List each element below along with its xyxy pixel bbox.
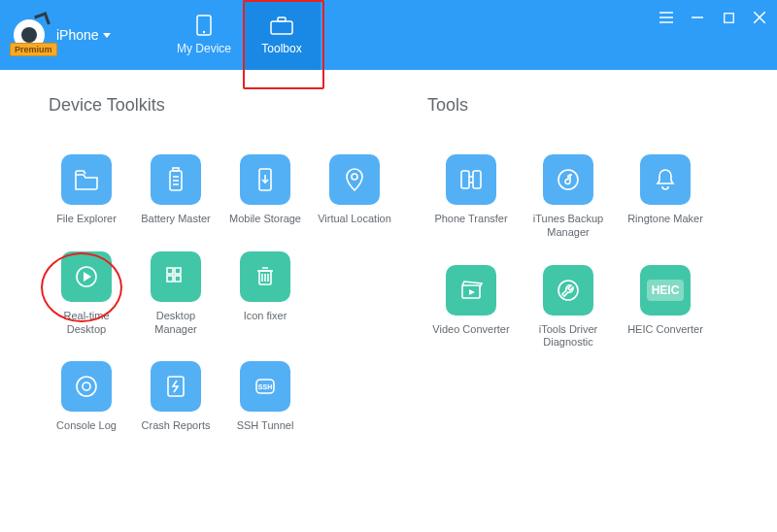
device-toolkits-section: Device Toolkits File Explorer Battery Ma… bbox=[49, 95, 408, 433]
tool-itunes-backup-manager[interactable]: iTunes Backup Manager bbox=[524, 154, 612, 240]
trash-icon bbox=[240, 251, 290, 302]
heic-badge-text: HEIC bbox=[647, 280, 685, 301]
transfer-icon bbox=[446, 154, 496, 205]
svg-rect-2 bbox=[271, 21, 292, 34]
brand-area: Premium iPhone bbox=[0, 0, 165, 70]
tool-phone-transfer[interactable]: Phone Transfer bbox=[427, 154, 515, 240]
tool-label: iTunes Backup Manager bbox=[528, 213, 608, 240]
svg-text:SSH: SSH bbox=[258, 383, 272, 390]
tools-grid: Phone Transfer iTunes Backup Manager Rin… bbox=[427, 154, 728, 349]
battery-icon bbox=[151, 154, 201, 205]
tool-desktop-manager[interactable]: Desktop Manager bbox=[138, 251, 214, 337]
wrench-icon bbox=[543, 265, 593, 316]
storage-icon bbox=[240, 154, 290, 205]
section-title-tools: Tools bbox=[427, 95, 728, 116]
svg-rect-37 bbox=[473, 171, 481, 188]
svg-point-43 bbox=[558, 281, 578, 300]
tool-label: Video Converter bbox=[432, 323, 509, 337]
tool-mobile-storage[interactable]: Mobile Storage bbox=[227, 154, 303, 226]
tool-virtual-location[interactable]: Virtual Location bbox=[317, 154, 392, 226]
tool-battery-master[interactable]: Battery Master bbox=[138, 154, 214, 226]
content-area: Device Toolkits File Explorer Battery Ma… bbox=[0, 70, 777, 433]
tool-crash-reports[interactable]: Crash Reports bbox=[138, 361, 214, 433]
tool-itools-driver-diagnostic[interactable]: iTools Driver Diagnostic bbox=[524, 265, 612, 350]
tool-label: Phone Transfer bbox=[434, 213, 507, 226]
device-selector[interactable]: iPhone bbox=[56, 27, 111, 43]
tool-label: Battery Master bbox=[141, 213, 211, 226]
svg-marker-20 bbox=[84, 272, 91, 282]
tool-label: Icon fixer bbox=[244, 310, 287, 323]
tab-label: My Device bbox=[177, 42, 231, 55]
svg-rect-23 bbox=[167, 276, 173, 282]
svg-rect-3 bbox=[278, 17, 286, 21]
lightning-icon bbox=[151, 361, 201, 412]
svg-rect-22 bbox=[175, 268, 181, 274]
chevron-down-icon bbox=[103, 33, 111, 38]
svg-point-1 bbox=[203, 31, 205, 33]
svg-point-32 bbox=[83, 382, 90, 390]
tool-label: HEIC Converter bbox=[627, 323, 703, 337]
device-icon bbox=[190, 15, 218, 36]
svg-rect-8 bbox=[724, 13, 733, 22]
toolbox-icon bbox=[268, 15, 295, 36]
svg-rect-12 bbox=[173, 168, 179, 171]
log-icon bbox=[61, 361, 112, 412]
nav-tabs: My Device Toolbox bbox=[165, 0, 321, 70]
tool-label: File Explorer bbox=[56, 213, 117, 226]
svg-point-18 bbox=[352, 174, 357, 180]
location-pin-icon bbox=[329, 154, 380, 205]
svg-point-31 bbox=[77, 377, 96, 396]
minimize-button[interactable] bbox=[690, 10, 705, 25]
logo-wrap: Premium bbox=[14, 19, 45, 50]
tab-my-device[interactable]: My Device bbox=[165, 0, 243, 70]
hamburger-menu-icon[interactable] bbox=[659, 10, 674, 25]
tool-label: Virtual Location bbox=[318, 213, 391, 226]
clapperboard-icon bbox=[446, 265, 496, 316]
svg-rect-24 bbox=[175, 276, 181, 282]
tab-toolbox[interactable]: Toolbox bbox=[243, 0, 321, 70]
svg-marker-42 bbox=[469, 289, 475, 295]
device-toolkits-grid: File Explorer Battery Master Mobile Stor… bbox=[49, 154, 408, 433]
play-icon bbox=[61, 251, 112, 302]
tool-ringtone-maker[interactable]: Ringtone Maker bbox=[622, 154, 709, 240]
section-title-device-toolkits: Device Toolkits bbox=[49, 95, 408, 116]
tool-label: Ringtone Maker bbox=[627, 213, 703, 226]
app-header: Premium iPhone My Device Toolbox bbox=[0, 0, 777, 70]
tool-console-log[interactable]: Console Log bbox=[49, 361, 124, 433]
tool-file-explorer[interactable]: File Explorer bbox=[49, 154, 124, 226]
tool-label: Mobile Storage bbox=[229, 213, 301, 226]
bell-icon bbox=[640, 154, 691, 205]
svg-rect-21 bbox=[167, 268, 173, 274]
tool-label: Crash Reports bbox=[142, 419, 211, 433]
tool-video-converter[interactable]: Video Converter bbox=[427, 265, 515, 350]
maximize-button[interactable] bbox=[721, 10, 736, 25]
close-button[interactable] bbox=[752, 10, 767, 25]
tool-ssh-tunnel[interactable]: SSH SSH Tunnel bbox=[227, 361, 303, 433]
tool-label: Console Log bbox=[56, 419, 117, 433]
tool-label: iTools Driver Diagnostic bbox=[528, 323, 608, 350]
tool-label: Real-time Desktop bbox=[49, 310, 124, 337]
svg-rect-36 bbox=[461, 171, 469, 188]
premium-badge: Premium bbox=[10, 43, 57, 56]
apps-grid-icon bbox=[151, 251, 201, 302]
device-label-text: iPhone bbox=[56, 27, 99, 43]
folder-icon bbox=[61, 154, 112, 205]
ssh-icon: SSH bbox=[240, 361, 290, 412]
tool-label: SSH Tunnel bbox=[237, 419, 294, 433]
heic-icon: HEIC bbox=[640, 265, 691, 316]
tools-section: Tools Phone Transfer iTunes Backup Manag… bbox=[427, 95, 728, 433]
tool-heic-converter[interactable]: HEIC HEIC Converter bbox=[622, 265, 709, 350]
tool-realtime-desktop[interactable]: Real-time Desktop bbox=[49, 251, 124, 337]
window-controls bbox=[659, 10, 767, 25]
music-note-icon bbox=[543, 154, 593, 205]
tool-label: Desktop Manager bbox=[138, 310, 214, 337]
tool-icon-fixer[interactable]: Icon fixer bbox=[227, 251, 303, 337]
tab-label: Toolbox bbox=[261, 42, 301, 55]
